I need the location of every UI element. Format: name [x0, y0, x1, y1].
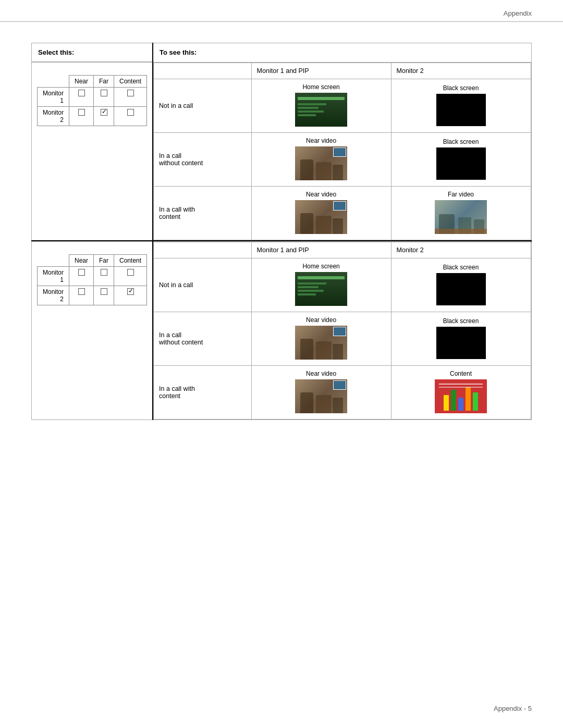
black-screen-1 — [436, 94, 486, 126]
monitor2-header-2: Monitor 2 — [391, 242, 531, 258]
home-screen-thumb-2 — [295, 272, 347, 306]
monitor2-row-2: Monitor 2 — [38, 286, 147, 305]
main-table: Select this: To see this: Near Far — [31, 43, 532, 420]
monitor1-row-1: Monitor 1 — [38, 88, 147, 107]
monitor1-content-cb-2 — [114, 267, 147, 286]
section2-body-row: Near Far Content Monitor 1 — [32, 242, 532, 420]
inner-header-row-2: Near Far Content — [38, 255, 147, 267]
scenario1-monitor2-1: Black screen — [391, 79, 531, 133]
scenario2-monitor1-1: Near video — [251, 133, 391, 187]
monitor2-near-cb-2 — [69, 286, 94, 305]
near-video-thumb-2 — [295, 200, 347, 234]
scenario3-label-1: In a call with content — [154, 187, 252, 240]
black-screen-4 — [436, 327, 486, 359]
scenario2-monitor2-2: Black screen — [391, 312, 531, 366]
scenario1-monitor1-label-2: Home screen — [257, 263, 386, 270]
scenario2-monitor2-label-1: Black screen — [397, 138, 525, 145]
scenario1-monitor1-1: Home screen — [251, 79, 391, 133]
scenario2-row-1: In a call without content Near video — [154, 133, 531, 187]
checkbox — [78, 269, 85, 276]
checkbox — [78, 90, 85, 96]
checkbox — [78, 288, 85, 295]
scenario3-monitor2-1: Far video — [391, 187, 531, 240]
black-screen-2 — [436, 147, 486, 180]
monitor1-label-1: Monitor 1 — [38, 88, 69, 107]
monitor2-content-cb-2 — [114, 286, 147, 305]
scenario2-monitor2-label-2: Black screen — [397, 317, 525, 325]
col-content-2: Content — [114, 255, 147, 267]
scenario2-monitor1-label-1: Near video — [257, 137, 386, 144]
monitor2-row-1: Monitor 2 — [38, 107, 147, 126]
select-header-label: Select this: — [32, 43, 152, 62]
scenario2-monitor1-2: Near video — [251, 312, 391, 366]
monitor2-content-cb-1 — [114, 107, 147, 126]
scenario3-row-2: In a call with content Near video — [154, 366, 531, 419]
to-see-table-2: Monitor 1 and PIP Monitor 2 Not in a cal… — [153, 242, 531, 419]
scenario3-monitor2-2: Content — [391, 366, 531, 419]
col-content-1: Content — [114, 76, 147, 88]
scenario1-label-1: Not in a call — [154, 79, 252, 133]
blank-col-2 — [154, 242, 252, 258]
inner-table-1: Near Far Content Monitor 1 — [37, 75, 147, 126]
col-headers-row-2: Monitor 1 and PIP Monitor 2 — [154, 242, 531, 258]
monitor2-far-cb-1 — [94, 107, 114, 126]
col-headers-row-1: Monitor 1 and PIP Monitor 2 — [154, 63, 531, 79]
scenario3-monitor1-2: Near video — [251, 366, 391, 419]
scenario3-monitor2-label-2: Content — [397, 370, 525, 377]
scenario3-label-2: In a call with content — [154, 366, 252, 419]
scenario1-monitor2-2: Black screen — [391, 258, 531, 312]
home-screen-thumb-1 — [295, 93, 347, 127]
near-video-thumb-3 — [295, 326, 347, 360]
to-see-header-cell: To see this: — [153, 43, 531, 63]
near-video-thumb-1 — [295, 146, 347, 180]
monitor-pip-header-1: Monitor 1 and PIP — [251, 63, 391, 79]
inner-table-2: Near Far Content Monitor 1 — [37, 254, 147, 305]
monitor2-far-cb-2 — [94, 286, 114, 305]
scenario1-row-2: Not in a call Home screen — [154, 258, 531, 312]
black-screen-3 — [436, 273, 486, 305]
monitor1-row-2: Monitor 1 — [38, 267, 147, 286]
monitor1-far-cb-1 — [94, 88, 114, 107]
section2-to-see-cell: Monitor 1 and PIP Monitor 2 Not in a cal… — [153, 242, 531, 420]
section2-select-cell: Near Far Content Monitor 1 — [32, 242, 153, 420]
scenario1-monitor2-label-2: Black screen — [397, 264, 525, 271]
monitor-pip-header-2: Monitor 1 and PIP — [251, 242, 391, 258]
section1-select-cell: Near Far Content Monitor 1 — [32, 63, 153, 241]
monitor1-content-cb-1 — [114, 88, 147, 107]
select-header-cell: Select this: — [32, 43, 153, 63]
scenario3-row-1: In a call with content Near video — [154, 187, 531, 240]
checkbox — [127, 90, 134, 96]
scenario2-label-2: In a call without content — [154, 312, 252, 366]
near-video-thumb-4 — [295, 379, 347, 413]
scenario1-monitor1-2: Home screen — [251, 258, 391, 312]
monitor1-near-cb-2 — [69, 267, 94, 286]
checkbox — [101, 269, 107, 276]
scenario2-monitor2-1: Black screen — [391, 133, 531, 187]
page-header: Appendix — [0, 0, 563, 22]
scenario3-monitor1-label-1: Near video — [257, 191, 386, 198]
page-footer: Appendix - 5 — [494, 705, 532, 712]
checkbox — [101, 90, 107, 96]
footer-label: Appendix - 5 — [494, 705, 532, 712]
content-slide-thumb — [435, 379, 487, 413]
checkbox — [78, 109, 85, 116]
scenario1-monitor1-label-1: Home screen — [257, 83, 386, 91]
scenario2-label-1: In a call without content — [154, 133, 252, 187]
inner-header-row-1: Near Far Content — [38, 76, 147, 88]
checkbox — [127, 109, 134, 116]
header-title: Appendix — [504, 9, 532, 17]
far-video-thumb-1 — [435, 200, 487, 234]
scenario3-monitor2-label-1: Far video — [397, 191, 525, 198]
monitor2-near-cb-1 — [69, 107, 94, 126]
col-near-2: Near — [69, 255, 94, 267]
col-far-2: Far — [94, 255, 114, 267]
col-far-1: Far — [94, 76, 114, 88]
blank-col — [154, 63, 252, 79]
scenario2-row-2: In a call without content Near video — [154, 312, 531, 366]
scenario1-monitor2-label-1: Black screen — [397, 84, 525, 92]
monitor1-far-cb-2 — [94, 267, 114, 286]
checkbox — [101, 288, 107, 295]
col-near-1: Near — [69, 76, 94, 88]
scenario1-label-2: Not in a call — [154, 258, 252, 312]
monitor1-near-cb-1 — [69, 88, 94, 107]
